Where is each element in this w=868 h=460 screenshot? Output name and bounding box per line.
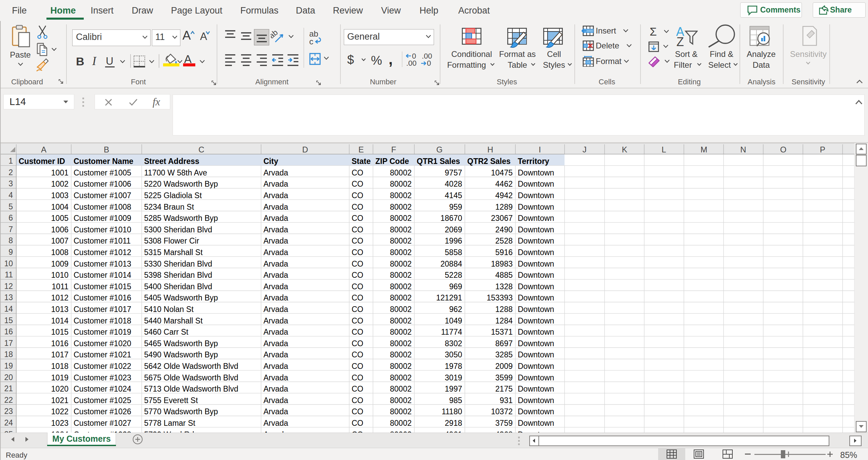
svg-text:Customer #1023: Customer #1023 bbox=[74, 373, 131, 382]
svg-text:23067: 23067 bbox=[491, 214, 513, 223]
svg-text:1007: 1007 bbox=[51, 236, 68, 245]
svg-text:Customer #1021: Customer #1021 bbox=[74, 350, 131, 359]
svg-text:CO: CO bbox=[352, 282, 363, 291]
svg-text:2175: 2175 bbox=[495, 384, 513, 393]
svg-text:16: 16 bbox=[4, 327, 13, 336]
svg-text:5234 Braun St: 5234 Braun St bbox=[144, 203, 194, 211]
svg-text:Customer #1005: Customer #1005 bbox=[74, 168, 131, 177]
svg-text:CO: CO bbox=[352, 384, 363, 393]
svg-text:State: State bbox=[352, 157, 371, 166]
svg-text:Downtown: Downtown bbox=[518, 293, 554, 302]
svg-text:Customer #1014: Customer #1014 bbox=[74, 271, 131, 279]
svg-text:J: J bbox=[583, 145, 587, 154]
svg-text:5916: 5916 bbox=[495, 248, 513, 257]
svg-text:80002: 80002 bbox=[390, 316, 412, 325]
svg-text:Arvada: Arvada bbox=[263, 203, 288, 211]
svg-text:CO: CO bbox=[352, 168, 363, 177]
svg-text:Street Address: Street Address bbox=[144, 157, 199, 166]
svg-text:80002: 80002 bbox=[390, 214, 412, 223]
svg-text:1009: 1009 bbox=[51, 259, 68, 268]
svg-text:5300 Sheridan Blvd: 5300 Sheridan Blvd bbox=[144, 225, 212, 234]
svg-text:18670: 18670 bbox=[440, 214, 462, 223]
svg-text:18983: 18983 bbox=[491, 259, 513, 268]
svg-text:L: L bbox=[662, 145, 666, 154]
svg-text:5410 Nolan St: 5410 Nolan St bbox=[144, 305, 194, 314]
svg-text:CO: CO bbox=[352, 316, 363, 325]
svg-text:Arvada: Arvada bbox=[263, 236, 288, 245]
svg-text:1016: 1016 bbox=[51, 339, 68, 348]
svg-text:80002: 80002 bbox=[390, 293, 412, 302]
svg-text:Customer #1011: Customer #1011 bbox=[74, 236, 131, 245]
svg-text:Customer ID: Customer ID bbox=[19, 157, 65, 166]
svg-text:CO: CO bbox=[352, 248, 363, 257]
svg-text:Customer #1019: Customer #1019 bbox=[74, 328, 131, 336]
svg-text:Customer #1009: Customer #1009 bbox=[74, 214, 131, 223]
svg-text:CO: CO bbox=[352, 225, 363, 234]
svg-text:Downtown: Downtown bbox=[518, 282, 554, 291]
svg-text:Customer Name: Customer Name bbox=[74, 157, 133, 166]
svg-text:19: 19 bbox=[4, 361, 13, 370]
svg-text:5713 Olde Wadsworth Blvd: 5713 Olde Wadsworth Blvd bbox=[144, 384, 238, 393]
svg-text:80002: 80002 bbox=[390, 180, 412, 188]
svg-text:1284: 1284 bbox=[495, 316, 513, 325]
svg-text:Downtown: Downtown bbox=[518, 259, 554, 268]
svg-text:CO: CO bbox=[352, 328, 363, 336]
svg-text:H: H bbox=[487, 145, 493, 154]
svg-text:Downtown: Downtown bbox=[518, 373, 554, 382]
svg-text:C: C bbox=[198, 145, 204, 154]
svg-text:3019: 3019 bbox=[445, 373, 462, 382]
svg-text:1011: 1011 bbox=[52, 282, 68, 291]
svg-text:11180: 11180 bbox=[441, 407, 462, 416]
svg-text:1002: 1002 bbox=[51, 180, 68, 188]
svg-text:Arvada: Arvada bbox=[263, 362, 288, 371]
svg-text:Downtown: Downtown bbox=[518, 407, 554, 416]
svg-text:2069: 2069 bbox=[445, 225, 462, 234]
svg-text:City: City bbox=[263, 157, 278, 166]
svg-text:931: 931 bbox=[500, 396, 513, 405]
svg-text:1978: 1978 bbox=[445, 362, 462, 371]
svg-text:Downtown: Downtown bbox=[518, 305, 554, 314]
svg-text:10372: 10372 bbox=[491, 407, 513, 416]
svg-text:12: 12 bbox=[4, 282, 13, 291]
svg-text:1017: 1017 bbox=[51, 350, 68, 359]
svg-text:5228: 5228 bbox=[445, 271, 462, 279]
svg-text:Downtown: Downtown bbox=[518, 328, 554, 336]
svg-text:4942: 4942 bbox=[495, 191, 513, 200]
svg-text:1996: 1996 bbox=[445, 236, 462, 245]
svg-text:M: M bbox=[701, 145, 707, 154]
svg-text:5642 Olde Wadsworth Blvd: 5642 Olde Wadsworth Blvd bbox=[144, 362, 238, 371]
svg-text:4462: 4462 bbox=[495, 180, 513, 188]
svg-text:N: N bbox=[740, 145, 746, 154]
svg-text:Arvada: Arvada bbox=[263, 305, 288, 314]
svg-text:O: O bbox=[780, 145, 787, 154]
svg-text:5308 Flower Cir: 5308 Flower Cir bbox=[144, 236, 199, 245]
svg-text:Arvada: Arvada bbox=[263, 248, 288, 257]
svg-text:5770 Wadsworth Byp: 5770 Wadsworth Byp bbox=[144, 407, 218, 416]
svg-text:Customer #1022: Customer #1022 bbox=[74, 362, 131, 371]
svg-text:Arvada: Arvada bbox=[263, 350, 288, 359]
svg-text:9757: 9757 bbox=[445, 168, 462, 177]
svg-text:3599: 3599 bbox=[495, 373, 513, 382]
svg-text:CO: CO bbox=[352, 236, 363, 245]
svg-text:Customer #1007: Customer #1007 bbox=[74, 191, 131, 200]
svg-text:1289: 1289 bbox=[495, 203, 513, 211]
svg-text:80002: 80002 bbox=[390, 282, 412, 291]
svg-text:80002: 80002 bbox=[390, 362, 412, 371]
svg-text:2918: 2918 bbox=[445, 419, 462, 427]
svg-text:Arvada: Arvada bbox=[263, 396, 288, 405]
svg-text:18: 18 bbox=[4, 350, 13, 359]
svg-text:4028: 4028 bbox=[445, 180, 462, 188]
svg-text:Arvada: Arvada bbox=[263, 282, 288, 291]
svg-text:CO: CO bbox=[352, 396, 363, 405]
svg-text:1013: 1013 bbox=[51, 305, 68, 314]
svg-text:985: 985 bbox=[449, 396, 462, 405]
svg-text:5675 Olde Wadsworth Blvd: 5675 Olde Wadsworth Blvd bbox=[144, 373, 238, 382]
svg-text:CO: CO bbox=[352, 373, 363, 382]
svg-text:80002: 80002 bbox=[390, 396, 412, 405]
svg-text:1997: 1997 bbox=[445, 384, 462, 393]
svg-text:80002: 80002 bbox=[390, 191, 412, 200]
svg-text:8302: 8302 bbox=[445, 339, 462, 348]
svg-text:1019: 1019 bbox=[51, 373, 68, 382]
svg-text:1022: 1022 bbox=[51, 407, 68, 416]
svg-text:Downtown: Downtown bbox=[518, 350, 554, 359]
